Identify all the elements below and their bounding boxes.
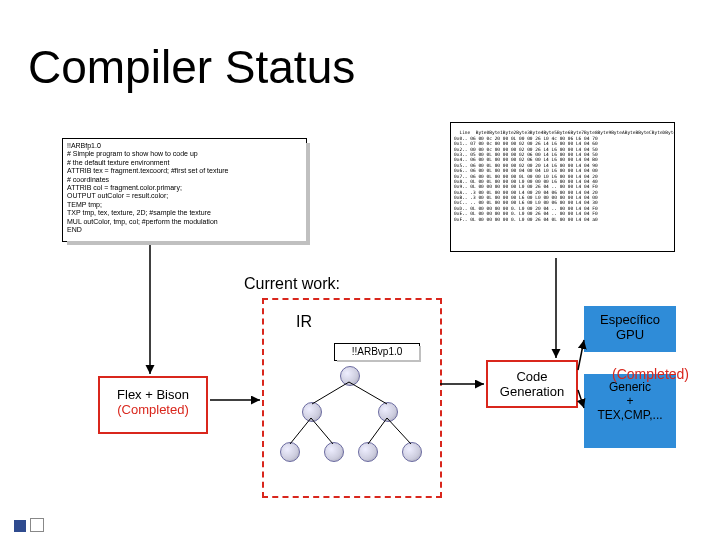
flex-completed: (Completed) xyxy=(100,402,206,417)
parse-tree xyxy=(278,366,428,486)
footer-square-filled xyxy=(14,520,26,532)
flex-bison-box: Flex + Bison (Completed) xyxy=(98,376,208,434)
svg-line-4 xyxy=(368,418,387,444)
svg-line-0 xyxy=(312,382,349,404)
svg-line-2 xyxy=(290,418,311,444)
source-code-box: !!ARBfp1.0 # Simple program to show how … xyxy=(62,138,307,242)
gen-l3: TEX,CMP,... xyxy=(584,408,676,422)
specific-gpu-box: Específico GPU xyxy=(584,306,676,352)
code-line: ATTRIB tex = fragment.texcoord; #first s… xyxy=(67,167,302,175)
gen-l1: Generic xyxy=(584,380,676,394)
current-work-label: Current work: xyxy=(244,275,340,293)
gen-l2: + xyxy=(584,394,676,408)
code-line: !!ARBfp1.0 xyxy=(67,142,302,150)
binary-output-box: Line Byte0Byte1Byte2Byte3Byte4Byte5Byte6… xyxy=(450,122,675,252)
flex-label: Flex + Bison xyxy=(100,387,206,402)
code-line: # the default texture environment xyxy=(67,159,302,167)
svg-line-3 xyxy=(311,418,333,444)
codegen-l2: Generation xyxy=(488,384,576,399)
svg-line-1 xyxy=(349,382,387,404)
esp-l2: GPU xyxy=(584,327,676,342)
code-line: TXP tmp, tex, texture, 2D; #sample the t… xyxy=(67,209,302,217)
binary-text: Line Byte0Byte1Byte2Byte3Byte4Byte5Byte6… xyxy=(454,130,675,221)
code-line: MUL outColor, tmp, col; #perform the mod… xyxy=(67,218,302,226)
code-line: ATTRIB col = fragment.color.primary; xyxy=(67,184,302,192)
esp-l1: Específico xyxy=(584,312,676,327)
codegen-l1: Code xyxy=(488,369,576,384)
code-line: # Simple program to show how to code up xyxy=(67,150,302,158)
generic-box: Generic + TEX,CMP,... xyxy=(584,374,676,448)
code-line: TEMP tmp; xyxy=(67,201,302,209)
code-generation-box: Code Generation xyxy=(486,360,578,408)
code-line: # coordinates xyxy=(67,176,302,184)
code-line: END xyxy=(67,226,302,234)
footer-square-outline xyxy=(30,518,44,532)
code-line: OUTPUT outColor = result.color; xyxy=(67,192,302,200)
svg-line-5 xyxy=(387,418,411,444)
slide-title: Compiler Status xyxy=(28,40,355,94)
completed-right-label: (Completed) xyxy=(612,366,689,382)
